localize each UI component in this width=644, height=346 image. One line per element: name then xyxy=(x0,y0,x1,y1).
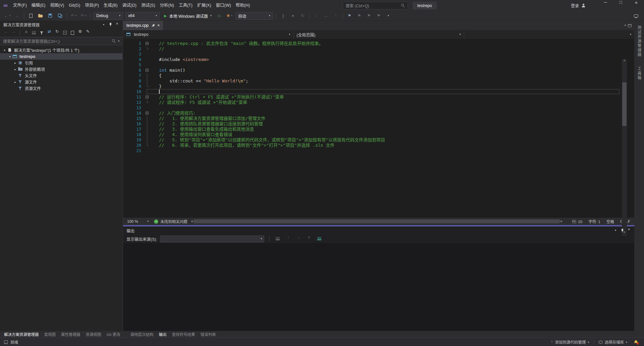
document-health-icon[interactable]: ✓ xyxy=(154,219,158,224)
menu-item[interactable]: Git(G) xyxy=(66,0,83,11)
code-line[interactable]: 12// 调试程序: F5 或调试 >"开始调试"菜单 xyxy=(123,100,634,105)
code-line[interactable]: 10 xyxy=(123,89,634,94)
restart-button[interactable]: ↻ xyxy=(298,12,307,20)
notifications-button[interactable] xyxy=(632,340,640,344)
project-dropdown[interactable]: testrepo ▾ xyxy=(123,30,293,39)
scroll-up-icon[interactable]: ▲ xyxy=(622,59,627,64)
code-line[interactable]: 14// 入门使用技巧: xyxy=(123,111,634,116)
explorer-back-button[interactable]: ← xyxy=(3,29,9,36)
menu-item[interactable]: 文件(F) xyxy=(11,0,29,11)
navigate-back-button[interactable]: ←▾ xyxy=(3,12,12,20)
panel-tab[interactable]: 属性管理器 xyxy=(58,332,83,337)
window-position-icon[interactable]: ▾ xyxy=(612,227,619,233)
scrollbar-thumb[interactable] xyxy=(622,82,627,126)
scope-dropdown[interactable]: (全局范围) ▾ xyxy=(293,30,464,39)
close-button[interactable]: × xyxy=(629,0,644,11)
menu-item[interactable]: 测试(S) xyxy=(139,0,158,11)
save-button[interactable] xyxy=(46,12,55,20)
find-message-button[interactable] xyxy=(274,235,281,242)
debug-target-select[interactable]: 自动▾ xyxy=(235,12,273,20)
menu-item[interactable]: 分析(N) xyxy=(158,0,176,11)
clear-all-button[interactable]: × xyxy=(305,235,313,242)
document-tab[interactable]: testrepo.cpp × xyxy=(123,21,163,30)
code-line[interactable]: 16// 2. 使用团队资源管理器窗口连接到源代码管理 xyxy=(123,121,634,127)
menu-item[interactable]: 扩展(X) xyxy=(195,0,214,11)
tree-item[interactable]: ▸源文件 xyxy=(0,79,122,85)
code-line[interactable]: 6int main() xyxy=(123,68,634,73)
maximize-button[interactable]: □ xyxy=(613,0,629,11)
select-repository-button[interactable]: 选择存储库 ▴ xyxy=(597,339,629,345)
sign-in-button[interactable]: 登录 xyxy=(568,3,589,8)
tree-item[interactable]: ▾testrepo xyxy=(0,53,122,60)
code-line[interactable]: 21 xyxy=(123,148,634,153)
panel-tab[interactable]: Git 更改 xyxy=(104,332,123,337)
pin-icon[interactable] xyxy=(107,22,114,28)
window-position-icon[interactable]: ▾ xyxy=(100,22,107,28)
add-to-source-control-button[interactable]: ↑ 添加到源代码管理 ▴ xyxy=(549,339,591,345)
code-line[interactable]: 11// 运行程序: Ctrl + F5 或调试 >"开始执行(不调试)"菜单 xyxy=(123,94,634,100)
code-line[interactable]: 19// 5. 转到"项目">"添加新项"以创建新的代码文件，或转到"项目">"… xyxy=(123,137,634,143)
sync-with-active-document-button[interactable]: ⇄ xyxy=(46,29,53,36)
clear-bookmarks-button[interactable]: ⚑ xyxy=(374,12,383,20)
step-over-button[interactable]: → xyxy=(321,12,331,20)
quick-search-box[interactable]: 搜索 (Ctrl+Q) xyxy=(343,2,408,9)
code-line[interactable]: 1// testrepo.cpp : 此文件包含 "main" 函数。程序执行将… xyxy=(123,41,634,46)
chevron-collapsed-icon[interactable]: ▸ xyxy=(13,80,18,84)
menu-item[interactable]: 生成(B) xyxy=(101,0,120,11)
redo-button[interactable]: ↷▾ xyxy=(79,12,88,20)
menu-item[interactable]: 窗口(W) xyxy=(214,0,233,11)
panel-tab[interactable]: 查找符号结果 xyxy=(169,332,198,337)
code-line[interactable]: 4#include <iostream> xyxy=(123,57,634,62)
code-line[interactable]: 13 xyxy=(123,105,634,111)
panel-tab[interactable]: 错误列表 xyxy=(198,332,218,337)
next-bookmark-button[interactable]: ⚑ xyxy=(364,12,374,20)
code-line[interactable]: 3 xyxy=(123,52,634,57)
toggle-bookmark-button[interactable]: ⚑ xyxy=(345,12,354,20)
solution-explorer-search[interactable]: 搜索解决方案资源管理器(Ctrl+;) ▾ xyxy=(0,37,122,45)
tree-item[interactable]: ▾解决方案"testrepo"(1 个项目/共 1 个) xyxy=(0,47,122,53)
code-line[interactable]: 18// 4. 使用错误列表窗口查看错误 xyxy=(123,132,634,137)
output-content[interactable] xyxy=(123,243,634,331)
column-indicator[interactable]: 字符: 1 xyxy=(588,219,600,224)
break-all-button[interactable]: ∥ xyxy=(278,12,288,20)
show-all-files-button[interactable] xyxy=(69,29,76,36)
tree-item[interactable]: ▸引用 xyxy=(0,60,122,66)
collapse-all-button[interactable] xyxy=(61,29,68,36)
explorer-forward-button[interactable]: → xyxy=(10,29,17,36)
output-source-select[interactable]: ▾ xyxy=(160,235,264,243)
code-editor[interactable]: 1// testrepo.cpp : 此文件包含 "main" 函数。程序执行将… xyxy=(123,39,634,218)
autohide-tab[interactable]: 工具箱 xyxy=(637,67,642,80)
close-icon[interactable]: × xyxy=(157,23,160,27)
search-options-icon[interactable]: ▾ xyxy=(118,40,119,43)
close-icon[interactable]: × xyxy=(114,22,120,28)
code-line[interactable]: 5 xyxy=(123,62,634,68)
preview-button[interactable]: ✎ xyxy=(85,29,91,36)
navigate-forward-button[interactable]: → xyxy=(12,12,22,20)
menu-item[interactable]: 调试(D) xyxy=(120,0,139,11)
undo-button[interactable]: ↶▾ xyxy=(69,12,78,20)
menu-item[interactable]: 项目(P) xyxy=(83,0,101,11)
save-all-button[interactable] xyxy=(55,12,65,20)
filter-button[interactable] xyxy=(38,29,45,36)
menu-item[interactable]: 帮助(H) xyxy=(233,0,252,11)
solution-configuration-select[interactable]: Debug▾ xyxy=(94,12,123,20)
menu-item[interactable]: 编辑(E) xyxy=(29,0,48,11)
scroll-left-icon[interactable]: ◀ xyxy=(191,220,193,223)
stop-debugging-button[interactable]: ■ xyxy=(288,12,298,20)
code-line[interactable]: 20// 6. 将来，若要再次打开此项目，请转到"文件">"打开">"项目"并选… xyxy=(123,143,634,148)
pin-icon[interactable] xyxy=(150,23,156,28)
panel-tab[interactable]: 输出 xyxy=(156,332,169,337)
tree-item[interactable]: 资源文件 xyxy=(0,85,122,91)
vertical-scrollbar[interactable]: ▲ ▼ xyxy=(622,59,627,236)
fold-collapse-icon[interactable] xyxy=(145,94,150,100)
goto-previous-message-button[interactable]: ↑ xyxy=(284,235,292,242)
toggle-word-wrap-button[interactable] xyxy=(316,235,323,242)
code-line[interactable]: 17// 3. 使用输出窗口查看生成输出和其他消息 xyxy=(123,127,634,132)
background-tasks-icon[interactable] xyxy=(4,340,8,344)
properties-button[interactable]: ⚙ xyxy=(77,29,84,36)
code-line[interactable]: 7{ xyxy=(123,73,634,78)
code-line[interactable]: 8 std::cout << "Hello World!\n"; xyxy=(123,78,634,84)
open-file-button[interactable] xyxy=(36,12,45,20)
minimize-button[interactable]: ─ xyxy=(598,0,613,11)
panel-tab[interactable]: 调用层次结构 xyxy=(127,332,156,337)
